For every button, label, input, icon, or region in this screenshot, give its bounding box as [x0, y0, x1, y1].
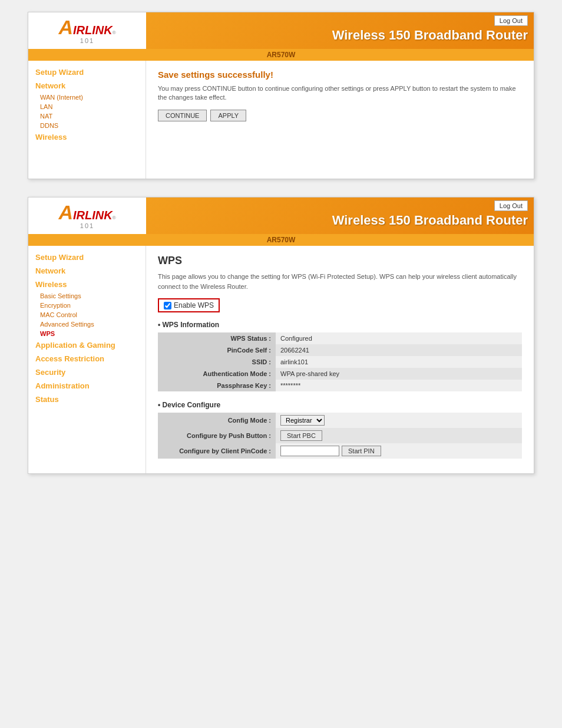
pin-code-input[interactable]: [280, 446, 339, 456]
panel2-logout-button[interactable]: Log Out: [494, 200, 528, 211]
logo-registered: ®: [113, 31, 116, 35]
pincode-value: 20662241: [276, 344, 522, 356]
wps-status-row: WPS Status : Configured: [158, 332, 522, 344]
model-bar: AR570W: [28, 49, 534, 61]
panel2-sidebar-security[interactable]: Security: [28, 365, 146, 379]
sidebar-ddns[interactable]: DDNS: [28, 121, 146, 130]
success-msg: You may press CONTINUE button to continu…: [158, 84, 522, 103]
enable-wps-checkbox[interactable]: [164, 302, 171, 309]
panel2-sidebar-access-restriction[interactable]: Access Restriction: [28, 352, 146, 365]
pin-code-cell: Start PIN: [276, 443, 522, 459]
config-mode-row: Config Mode : Registrar Enrollee: [158, 413, 522, 428]
push-button-row: Configure by Push Button : Start PBC: [158, 428, 522, 443]
panel2-logo-main: A IRLINK ®: [58, 202, 115, 222]
config-mode-value[interactable]: Registrar Enrollee: [276, 413, 522, 428]
panel2-sidebar: Setup Wizard Network Wireless Basic Sett…: [28, 246, 146, 473]
logo-a-letter: A: [58, 17, 73, 37]
sidebar-wireless[interactable]: Wireless: [28, 130, 146, 144]
panel1-sidebar: Setup Wizard Network WAN (Internet) LAN …: [28, 61, 146, 179]
config-mode-select[interactable]: Registrar Enrollee: [280, 415, 325, 426]
wps-status-label: WPS Status :: [158, 332, 276, 344]
device-configure-table: Config Mode : Registrar Enrollee Configu…: [158, 413, 522, 459]
logo-main: A IRLINK ®: [58, 17, 115, 37]
passphrase-label: Passphrase Key :: [158, 380, 276, 391]
passphrase-value: ********: [276, 380, 522, 391]
panel2-logo-a-letter: A: [58, 202, 73, 222]
panel2-body: Setup Wizard Network Wireless Basic Sett…: [28, 246, 534, 473]
panel1-body: Setup Wizard Network WAN (Internet) LAN …: [28, 61, 534, 179]
ssid-value: airlink101: [276, 356, 522, 368]
enable-wps-label[interactable]: Enable WPS: [158, 298, 220, 312]
continue-button[interactable]: CONTINUE: [158, 110, 207, 121]
panel2-sidebar-network[interactable]: Network: [28, 264, 146, 278]
panel1-header: A IRLINK ® 101 Log Out Wireless 150 Broa…: [28, 12, 534, 49]
device-configure-header: • Device Configure: [158, 401, 522, 409]
start-pin-button[interactable]: Start PIN: [342, 446, 381, 456]
push-button-label: Configure by Push Button :: [158, 428, 276, 443]
panel1-main: Save settings successfully! You may pres…: [146, 61, 534, 179]
apply-button[interactable]: APPLY: [210, 110, 246, 121]
panel2-router-title: Wireless 150 Broadband Router: [332, 213, 528, 231]
start-pbc-button[interactable]: Start PBC: [280, 430, 322, 441]
btn-row: CONTINUE APPLY: [158, 110, 522, 121]
panel2-logo-container: A IRLINK ® 101: [58, 202, 115, 229]
pin-code-label: Configure by Client PinCode :: [158, 443, 276, 459]
auth-mode-value: WPA pre-shared key: [276, 368, 522, 380]
panel2-logo-101: 101: [80, 222, 94, 229]
success-title: Save settings successfully!: [158, 70, 522, 80]
logo-irlink: IRLINK: [73, 24, 113, 36]
panel2-logo-registered: ®: [113, 216, 116, 220]
sidebar-wan[interactable]: WAN (Internet): [28, 93, 146, 102]
logout-button[interactable]: Log Out: [494, 15, 528, 26]
panel2-sidebar-setup-wizard[interactable]: Setup Wizard: [28, 251, 146, 264]
pin-code-row: Configure by Client PinCode : Start PIN: [158, 443, 522, 459]
wps-status-value: Configured: [276, 332, 522, 344]
panel2-sidebar-app-gaming[interactable]: Application & Gaming: [28, 338, 146, 352]
wps-page-title: WPS: [158, 255, 522, 267]
panel2-header: A IRLINK ® 101 Log Out Wireless 150 Broa…: [28, 197, 534, 234]
panel2: A IRLINK ® 101 Log Out Wireless 150 Broa…: [28, 197, 534, 474]
sidebar-lan[interactable]: LAN: [28, 102, 146, 111]
ssid-row: SSID : airlink101: [158, 356, 522, 368]
logo-101: 101: [80, 37, 94, 44]
auth-mode-label: Authentication Mode :: [158, 368, 276, 380]
panel2-sidebar-status[interactable]: Status: [28, 393, 146, 406]
panel1-header-right: Log Out Wireless 150 Broadband Router: [146, 12, 534, 49]
push-button-cell: Start PBC: [276, 428, 522, 443]
pincode-label: PinCode Self :: [158, 344, 276, 356]
panel2-sidebar-basic-settings[interactable]: Basic Settings: [28, 291, 146, 301]
wps-description: This page allows you to change the setti…: [158, 272, 522, 291]
sidebar-network[interactable]: Network: [28, 79, 146, 93]
panel2-sidebar-wireless[interactable]: Wireless: [28, 278, 146, 291]
logo-container: A IRLINK ® 101: [58, 17, 115, 44]
panel2-sidebar-administration[interactable]: Administration: [28, 379, 146, 393]
enable-wps-text: Enable WPS: [174, 301, 214, 309]
panel2-logo-irlink: IRLINK: [73, 209, 113, 221]
panel2-sidebar-mac-control[interactable]: MAC Control: [28, 310, 146, 319]
pincode-row: PinCode Self : 20662241: [158, 344, 522, 356]
panel2-sidebar-encryption[interactable]: Encryption: [28, 301, 146, 310]
wps-info-header: • WPS Information: [158, 321, 522, 329]
panel2-header-right: Log Out Wireless 150 Broadband Router: [146, 197, 534, 234]
wps-info-table: WPS Status : Configured PinCode Self : 2…: [158, 332, 522, 391]
sidebar-nat[interactable]: NAT: [28, 111, 146, 121]
panel2-model-bar: AR570W: [28, 234, 534, 246]
panel2-main: WPS This page allows you to change the s…: [146, 246, 534, 473]
pin-row: Start PIN: [280, 446, 517, 456]
router-title: Wireless 150 Broadband Router: [332, 28, 528, 46]
passphrase-row: Passphrase Key : ********: [158, 380, 522, 391]
config-mode-label: Config Mode :: [158, 413, 276, 428]
logo-area: A IRLINK ® 101: [28, 12, 146, 49]
ssid-label: SSID :: [158, 356, 276, 368]
panel2-sidebar-advanced-settings[interactable]: Advanced Settings: [28, 319, 146, 329]
panel2-logo-area: A IRLINK ® 101: [28, 197, 146, 234]
auth-mode-row: Authentication Mode : WPA pre-shared key: [158, 368, 522, 380]
panel1: A IRLINK ® 101 Log Out Wireless 150 Broa…: [28, 12, 534, 179]
panel2-sidebar-wps[interactable]: WPS: [28, 329, 146, 338]
sidebar-setup-wizard[interactable]: Setup Wizard: [28, 65, 146, 79]
